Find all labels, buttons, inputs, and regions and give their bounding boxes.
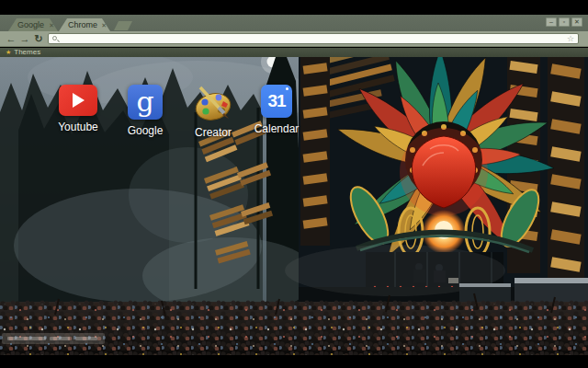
tab-label: Chrome <box>68 20 97 29</box>
forward-button[interactable]: → <box>18 32 31 45</box>
bookmarks-bar: ★Themes <box>0 48 588 57</box>
tab-close-icon[interactable]: ✕ <box>49 19 54 32</box>
calendar-dot <box>286 87 288 90</box>
shortcut-calendar[interactable]: 31 Calendar <box>243 85 311 135</box>
calendar-icon: 31 <box>261 85 292 118</box>
search-icon <box>52 36 57 40</box>
shortcut-label: Google <box>111 124 179 137</box>
browser-window: Google ✕ Chrome ✕ – ▫ ✕ ← → ↻ ☆ ★Themes <box>0 0 588 368</box>
letterbox-bottom <box>0 355 588 368</box>
maximize-button[interactable]: ▫ <box>559 17 570 27</box>
shortcut-youtube[interactable]: Youtube <box>44 85 112 133</box>
reload-button[interactable]: ↻ <box>32 32 45 45</box>
tab-google[interactable]: Google ✕ <box>8 18 58 31</box>
photo-watermark <box>2 333 105 344</box>
letterbox-top <box>0 0 588 15</box>
shortcut-label: Youtube <box>44 121 112 133</box>
tab-chrome[interactable]: Chrome ✕ <box>59 18 110 31</box>
window-controls: – ▫ ✕ <box>546 17 582 27</box>
shortcut-creator[interactable]: Creator <box>179 83 247 139</box>
theme-star-icon: ★ <box>6 49 11 55</box>
shortcut-label: Calendar <box>243 122 311 135</box>
close-button[interactable]: ✕ <box>571 17 582 27</box>
bookmark-star-icon[interactable]: ☆ <box>567 34 574 44</box>
address-bar[interactable]: ☆ <box>48 33 579 44</box>
google-g-icon: g <box>128 85 163 120</box>
tab-label: Google <box>17 20 44 29</box>
youtube-play-icon <box>59 85 97 116</box>
shortcut-label: Creator <box>179 126 247 139</box>
tab-strip: Google ✕ Chrome ✕ – ▫ ✕ <box>0 15 588 31</box>
artist-palette-icon <box>193 83 233 121</box>
toolbar: ← → ↻ ☆ <box>0 31 588 47</box>
shortcut-google[interactable]: g Google <box>111 85 179 137</box>
tab-close-icon[interactable]: ✕ <box>101 19 107 32</box>
bookmark-item-themes[interactable]: ★Themes <box>6 48 40 57</box>
new-tab-button[interactable] <box>114 21 132 30</box>
bookmark-label: Themes <box>14 48 40 56</box>
back-button[interactable]: ← <box>5 32 17 45</box>
new-tab-page: Youtube g Google Cre <box>0 57 588 355</box>
minimize-button[interactable]: – <box>546 17 557 27</box>
